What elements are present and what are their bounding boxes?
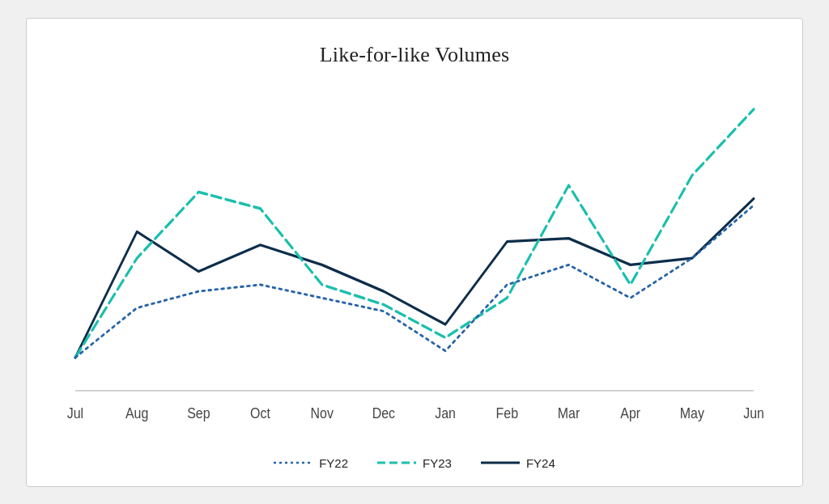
legend-item-fy23: FY23 xyxy=(377,456,452,470)
fy22-legend-line xyxy=(274,459,312,467)
svg-text:Jul: Jul xyxy=(67,404,83,421)
fy23-legend-line xyxy=(377,459,416,467)
svg-text:Sep: Sep xyxy=(187,404,210,421)
chart-area: JulAugSepOctNovDecJanFebMarAprMayJun xyxy=(59,83,770,447)
svg-text:Oct: Oct xyxy=(250,404,270,421)
svg-text:Nov: Nov xyxy=(311,404,334,421)
svg-text:Dec: Dec xyxy=(372,404,396,421)
svg-text:Jan: Jan xyxy=(435,404,456,421)
fy24-legend-line xyxy=(481,459,520,467)
legend-item-fy22: FY22 xyxy=(274,456,348,470)
chart-container: Like-for-like Volumes JulAugSepOctNovDec… xyxy=(26,18,803,487)
fy24-label: FY24 xyxy=(526,456,555,470)
svg-text:Jun: Jun xyxy=(743,404,764,421)
svg-text:Apr: Apr xyxy=(620,404,640,421)
svg-text:Aug: Aug xyxy=(125,404,148,421)
svg-text:Feb: Feb xyxy=(496,404,518,421)
fy23-label: FY23 xyxy=(423,456,452,470)
legend-item-fy24: FY24 xyxy=(481,456,555,470)
legend: FY22 FY23 FY24 xyxy=(274,456,555,470)
svg-text:Mar: Mar xyxy=(558,404,580,421)
svg-text:May: May xyxy=(680,404,704,421)
fy22-label: FY22 xyxy=(319,456,348,470)
chart-title: Like-for-like Volumes xyxy=(320,43,510,67)
